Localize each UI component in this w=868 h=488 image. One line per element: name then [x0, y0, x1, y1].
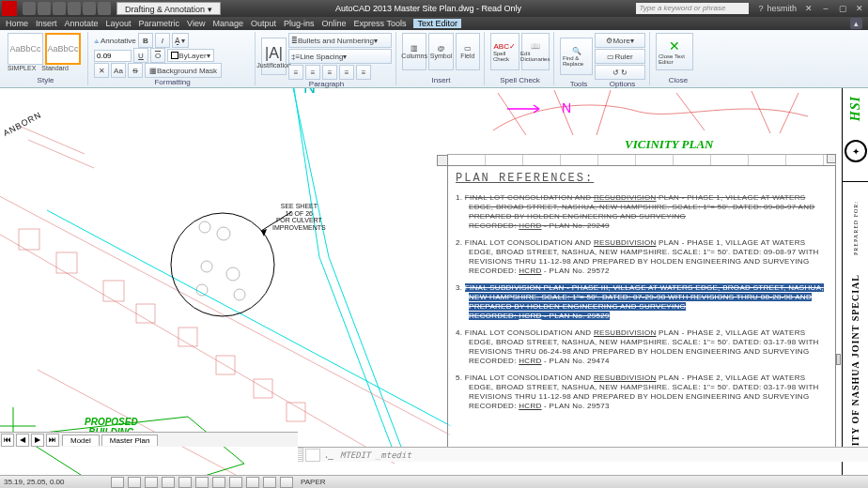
otrack-toggle[interactable] — [195, 477, 209, 488]
quick-access-toolbar — [23, 2, 111, 15]
annotative-icon[interactable]: ⟁ — [94, 36, 99, 45]
redo-icon[interactable]: ↺ ↻ — [595, 65, 645, 80]
qp-toggle[interactable] — [263, 477, 276, 488]
underline-button[interactable]: U — [133, 48, 148, 63]
font-dropdown[interactable]: A̱ ▾ — [172, 33, 189, 48]
osnap-toggle[interactable] — [178, 477, 192, 488]
qat-save-icon[interactable] — [53, 2, 66, 15]
bold-button[interactable]: B — [138, 33, 153, 48]
spellcheck-button[interactable]: ABC✓Spell Check — [490, 33, 519, 70]
panel-tools-label: Tools — [570, 80, 588, 88]
command-line[interactable]: ꓸ⎯ — [298, 447, 868, 462]
tab-parametric[interactable]: Parametric — [139, 19, 180, 28]
background-mask-button[interactable]: ▦ Background Mask — [145, 63, 222, 78]
workspace-dropdown[interactable]: Drafting & Annotation ▾ — [116, 2, 221, 15]
tab-view[interactable]: View — [187, 19, 205, 28]
text-style-preview-1[interactable]: AaBbCc — [8, 33, 43, 65]
align-dist-button[interactable]: ≡ — [356, 65, 371, 80]
mtext-paragraph[interactable]: 4. FINAL LOT CONSOLIDATION AND RESUBDIVI… — [456, 328, 828, 366]
tab-layout[interactable]: Layout — [106, 19, 132, 28]
help-search-input[interactable]: Type a keyword or phrase — [636, 3, 749, 14]
strike-button[interactable]: S — [128, 63, 143, 78]
snap-toggle[interactable] — [111, 477, 124, 488]
tab-plugins[interactable]: Plug-ins — [284, 19, 315, 28]
exchange-icon[interactable]: ✕ — [800, 4, 817, 13]
layout-tab[interactable]: Master Plan — [101, 435, 159, 446]
mask-icon[interactable]: ✕ — [94, 63, 109, 78]
bullets-button[interactable]: ≣ Bullets and Numbering ▾ — [288, 33, 392, 48]
maximize-button[interactable]: ▢ — [834, 4, 851, 13]
tab-prev-icon[interactable]: ◀ — [16, 434, 29, 447]
signed-in-user[interactable]: hesmith — [767, 4, 797, 13]
panel-insert: ▥Columns @Symbol ▭Field Insert — [398, 32, 485, 85]
mtext-paragraph[interactable]: 2. FINAL LOT CONSOLIDATION AND RESUBDIVI… — [456, 238, 828, 276]
qat-redo-icon[interactable] — [83, 2, 96, 15]
sc-toggle[interactable] — [280, 477, 293, 488]
align-center-button[interactable]: ≡ — [305, 65, 320, 80]
find-replace-button[interactable]: 🔍Find & Replace — [560, 38, 593, 75]
command-input[interactable] — [336, 450, 868, 460]
text-style-preview-2[interactable]: AaBbCc — [45, 33, 81, 65]
grid-toggle[interactable] — [128, 477, 141, 488]
text-height-input[interactable] — [94, 50, 132, 62]
coordinates-readout[interactable]: 35.19, 25.05, 0.00 — [4, 478, 107, 486]
qat-open-icon[interactable] — [38, 2, 51, 15]
columns-button[interactable]: ▥Columns — [402, 33, 426, 70]
client-line-1: CITY OF NASHUA JOINT SPECIAL — [850, 274, 860, 454]
case-button[interactable]: Aa — [111, 63, 126, 78]
overline-button[interactable]: O — [150, 48, 165, 63]
color-bylayer-dropdown[interactable]: ByLayer ▾ — [167, 49, 214, 62]
line-spacing-button[interactable]: ‡≡ Line Spacing ▾ — [288, 49, 392, 64]
edit-dict-button[interactable]: 📖Edit Dictionaries — [521, 33, 550, 70]
mtext-editor[interactable]: PLAN REFERENCES: 1. FINAL LOT CONSOLIDAT… — [447, 165, 836, 456]
tab-manage[interactable]: Manage — [212, 19, 243, 28]
justification-button[interactable]: |A|Justification — [261, 38, 287, 75]
tab-insert[interactable]: Insert — [36, 19, 57, 28]
minimize-button[interactable]: – — [817, 4, 834, 13]
tab-next-icon[interactable]: ▶ — [31, 434, 44, 447]
align-left-button[interactable]: ≡ — [288, 65, 303, 80]
cmd-grip-icon[interactable] — [298, 448, 303, 462]
mtext-ruler[interactable] — [447, 154, 836, 165]
mtext-paragraph[interactable]: 5. FINAL LOT CONSOLIDATION AND RESUBDIVI… — [456, 374, 828, 411]
mtext-paragraph[interactable]: 3. FINAL SUBDIVISION PLAN - PHASE III, V… — [456, 283, 828, 321]
dyn-toggle[interactable] — [229, 477, 242, 488]
field-button[interactable]: ▭Field — [456, 33, 480, 70]
annotative-label: Annotative — [101, 37, 136, 45]
ruler-toggle[interactable]: ▭ Ruler — [595, 49, 645, 64]
panel-options-label: Options — [610, 80, 636, 88]
tab-first-icon[interactable]: ⏮ — [1, 434, 14, 447]
tab-annotate[interactable]: Annotate — [65, 19, 99, 28]
drawing-canvas[interactable]: N — [0, 88, 868, 475]
qat-new-icon[interactable] — [23, 2, 36, 15]
mtext-width-grip[interactable] — [836, 354, 841, 365]
app-icon[interactable] — [2, 1, 17, 16]
close-button[interactable]: ✕ — [851, 4, 868, 13]
ortho-toggle[interactable] — [145, 477, 158, 488]
tab-online[interactable]: Online — [322, 19, 347, 28]
ducs-toggle[interactable] — [212, 477, 225, 488]
align-right-button[interactable]: ≡ — [322, 65, 337, 80]
tab-text-editor[interactable]: Text Editor — [413, 19, 461, 28]
ribbon-collapse-icon[interactable]: ▴ — [850, 18, 862, 29]
tab-express[interactable]: Express Tools — [354, 19, 407, 28]
help-icon[interactable]: ? — [758, 4, 763, 13]
symbol-button[interactable]: @Symbol — [428, 33, 453, 70]
qat-plot-icon[interactable] — [98, 2, 111, 15]
mtext-paragraph[interactable]: 1. FINAL LOT CONSOLIDATION AND RESUBDIVI… — [456, 193, 828, 231]
cmd-recent-icon[interactable] — [305, 449, 320, 462]
tab-home[interactable]: Home — [6, 19, 28, 28]
tab-last-icon[interactable]: ⏭ — [46, 434, 59, 447]
close-text-editor-button[interactable]: ✕Close Text Editor — [656, 33, 693, 70]
more-button[interactable]: ⚙ More ▾ — [595, 33, 645, 48]
mtext-column-arrows-icon[interactable] — [827, 154, 836, 163]
lwt-toggle[interactable] — [246, 477, 259, 488]
svg-point-9 — [199, 221, 210, 233]
space-label[interactable]: PAPER — [301, 478, 326, 486]
model-tab[interactable]: Model — [62, 435, 100, 446]
qat-undo-icon[interactable] — [68, 2, 81, 15]
italic-button[interactable]: I — [155, 33, 170, 48]
tab-output[interactable]: Output — [251, 19, 276, 28]
polar-toggle[interactable] — [162, 477, 175, 488]
align-justify-button[interactable]: ≡ — [339, 65, 354, 80]
